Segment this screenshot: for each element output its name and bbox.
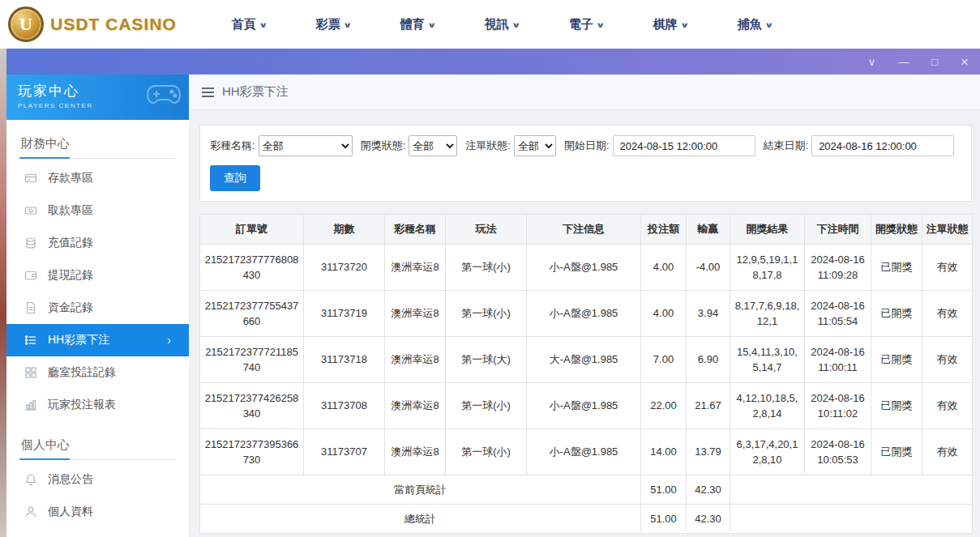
start-date-label: 開始日期: xyxy=(564,139,610,153)
table-cell: -4.00 xyxy=(687,245,730,291)
summary-label: 總統計 xyxy=(200,505,641,534)
table-cell: 2152172377755437660 xyxy=(200,291,304,337)
table-cell: 第一球(大) xyxy=(446,337,527,383)
maximize-icon[interactable]: □ xyxy=(931,57,938,67)
nav-item-label: 視訊 xyxy=(485,17,509,32)
table-cell: 2152172377776808430 xyxy=(200,245,304,291)
summary-empty xyxy=(730,505,973,534)
collapse-icon[interactable]: ∨ xyxy=(868,57,876,67)
sidebar-header: 玩家中心 PLAYERS CENTER xyxy=(6,75,189,120)
desktop-background: ∨ — □ × 玩家中心 PLAYERS CENTER 財務中心 xyxy=(0,49,980,537)
minimize-icon[interactable]: — xyxy=(898,57,909,67)
column-header: 訂單號 xyxy=(200,215,304,245)
lottery-bet-icon xyxy=(24,334,37,347)
table-row: 215217237775543766031173719澳洲幸运8第一球(小)小-… xyxy=(200,291,973,337)
section-header: 財務中心 xyxy=(19,126,176,159)
search-button[interactable]: 查詢 xyxy=(210,165,260,191)
summary-winloss-total: 42.30 xyxy=(687,505,730,534)
table-cell: 22.00 xyxy=(641,383,687,429)
sidebar-item-label: 取款專區 xyxy=(48,203,93,218)
sidebar-item-withdraw[interactable]: 取款專區 xyxy=(6,194,189,227)
site-logo[interactable]: U USDT CASINO xyxy=(0,6,190,42)
summary-bet-total: 51.00 xyxy=(641,475,687,505)
table-cell: 已開獎 xyxy=(871,429,922,475)
table-cell: 3.94 xyxy=(687,291,730,337)
chevron-down-icon: ∨ xyxy=(259,21,267,29)
nav-item-label: 體育 xyxy=(400,17,425,32)
sidebar-item-player-report[interactable]: 玩家投注報表 xyxy=(6,389,189,421)
sidebar-item-label: 充值記錄 xyxy=(48,236,93,250)
table-cell: 2024-08-16 11:05:54 xyxy=(805,291,871,337)
nav-item-1[interactable]: 彩票∨ xyxy=(291,0,375,49)
withdraw-icon xyxy=(24,204,37,217)
chevron-down-icon: ∨ xyxy=(680,21,689,29)
start-date-input[interactable] xyxy=(613,135,755,156)
sidebar-item-withdraw-record[interactable]: 提現記錄 xyxy=(6,259,189,292)
table-cell: 6,3,17,4,20,12,8,10 xyxy=(730,429,805,475)
order-status-select[interactable]: 全部 xyxy=(514,135,556,156)
close-icon[interactable]: × xyxy=(961,55,969,69)
sidebar-item-label: 廳室投註記錄 xyxy=(48,365,116,380)
main-area: HH彩票下注 彩種名稱: 全部 開獎狀態: 全部 xyxy=(189,75,980,537)
nav-item-label: 捕魚 xyxy=(738,17,762,32)
table-body: 215217237777680843031173720澳洲幸运8第一球(小)小-… xyxy=(200,245,973,534)
table-cell: 澳洲幸运8 xyxy=(385,337,446,383)
bets-table: 訂單號期數彩種名稱玩法下注信息投注額輸贏開獎結果下注時間開獎狀態注單狀態 215… xyxy=(199,214,973,534)
table-cell: 31173708 xyxy=(304,383,385,429)
draw-status-label: 開獎狀態: xyxy=(361,139,406,153)
table-cell: 第一球(小) xyxy=(446,291,527,337)
nav-item-3[interactable]: 視訊∨ xyxy=(460,0,544,49)
chevron-down-icon: ∨ xyxy=(343,21,352,29)
table-cell: 31173707 xyxy=(304,429,385,475)
nav-item-2[interactable]: 體育∨ xyxy=(375,0,460,49)
sidebar-item-profile[interactable]: 個人資料 xyxy=(6,496,189,528)
table-cell: 有效 xyxy=(922,337,973,383)
room-bet-record-icon xyxy=(24,366,37,379)
table-cell: 有效 xyxy=(922,429,973,475)
nav-item-0[interactable]: 首頁∨ xyxy=(207,0,291,49)
breadcrumb: HH彩票下注 xyxy=(189,75,980,110)
table-cell: 有效 xyxy=(922,291,973,337)
chevron-down-icon: ∨ xyxy=(764,21,773,29)
table-cell: 31173719 xyxy=(304,291,385,337)
withdraw-record-icon xyxy=(24,269,37,282)
sidebar-item-room-bet-record[interactable]: 廳室投註記錄 xyxy=(6,356,189,389)
nav-item-4[interactable]: 電子∨ xyxy=(544,0,628,49)
page-title: HH彩票下注 xyxy=(222,84,289,100)
table-cell: 2152172377395366730 xyxy=(200,429,304,475)
nav-item-label: 彩票 xyxy=(316,17,340,32)
sidebar-item-funds-record[interactable]: 資金記錄 xyxy=(6,292,189,324)
lottery-select[interactable]: 全部 xyxy=(259,135,353,156)
column-header: 彩種名稱 xyxy=(385,215,446,245)
sidebar-item-notice[interactable]: 消息公告 xyxy=(6,463,189,496)
app-window: ∨ — □ × 玩家中心 PLAYERS CENTER 財務中心 xyxy=(6,49,980,537)
table-cell: 澳洲幸运8 xyxy=(385,429,446,475)
sidebar-item-label: HH彩票下注 xyxy=(48,333,109,347)
sidebar-item-deposit[interactable]: 存款專區 xyxy=(6,162,189,194)
table-row: 215217237742625834031173708澳洲幸运8第一球(小)小-… xyxy=(200,383,973,429)
sidebar-item-hh-lottery-bet[interactable]: HH彩票下注› xyxy=(6,324,189,356)
nav-item-5[interactable]: 棋牌∨ xyxy=(628,0,713,49)
funds-record-icon xyxy=(24,301,37,314)
logo-text: USDT CASINO xyxy=(50,15,177,34)
logo-icon: U xyxy=(8,6,44,42)
table-cell: 8,17,7,6,9,18,12,1 xyxy=(730,291,805,337)
hamburger-icon[interactable] xyxy=(202,87,214,97)
draw-status-select[interactable]: 全部 xyxy=(409,135,457,156)
gamepad-icon xyxy=(145,79,182,110)
table-cell: 已開獎 xyxy=(871,291,922,337)
summary-bet-total: 51.00 xyxy=(641,505,687,534)
table-cell: 澳洲幸运8 xyxy=(385,383,446,429)
end-date-input[interactable] xyxy=(811,135,954,156)
player-report-icon xyxy=(24,398,37,411)
nav-item-label: 首頁 xyxy=(232,17,256,32)
table-row: 215217237777680843031173720澳洲幸运8第一球(小)小-… xyxy=(200,245,973,291)
column-header: 期數 xyxy=(304,215,385,245)
table-cell: 31173718 xyxy=(304,337,385,383)
column-header: 投注額 xyxy=(641,215,687,245)
table-cell: 21.67 xyxy=(687,383,730,429)
summary-winloss-total: 42.30 xyxy=(687,475,730,505)
sidebar-item-recharge-record[interactable]: 充值記錄 xyxy=(6,227,189,259)
chevron-down-icon: ∨ xyxy=(596,21,605,29)
nav-item-6[interactable]: 捕魚∨ xyxy=(713,0,797,49)
